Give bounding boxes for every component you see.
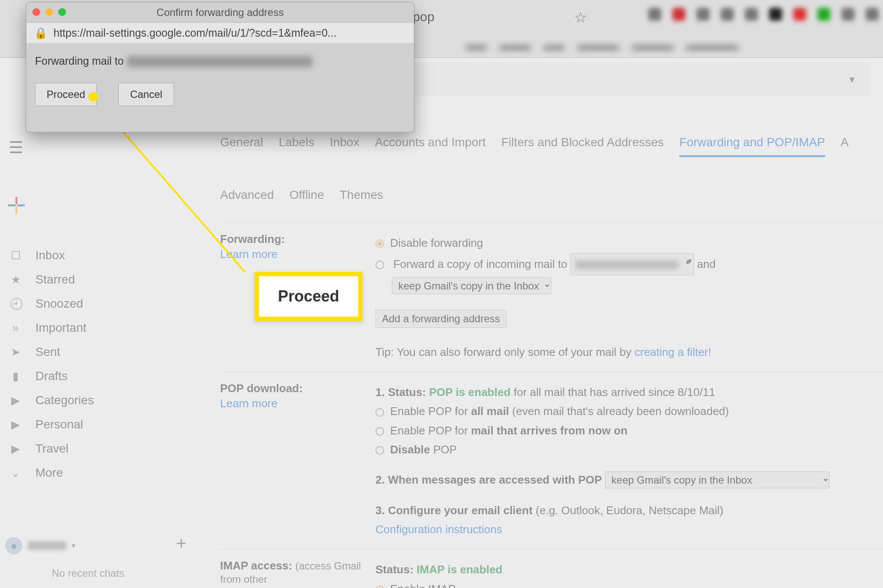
window-controls[interactable] — [32, 8, 66, 16]
drafts-icon: ▮ — [9, 370, 22, 383]
radio-forward-copy[interactable] — [375, 261, 384, 269]
sidebar-label: Inbox — [35, 248, 65, 262]
inbox-icon: ☐ — [9, 249, 22, 262]
sidebar-item-inbox[interactable]: ☐Inbox — [0, 243, 203, 267]
sidebar-label: Starred — [35, 273, 75, 286]
imap-enable-label: Enable IMAP — [390, 582, 456, 588]
label-icon: ▶ — [9, 418, 22, 431]
tab-labels[interactable]: Labels — [279, 135, 315, 157]
no-chats-text: No recent chats — [52, 567, 124, 579]
avatar-icon: ● — [5, 537, 22, 554]
sidebar-item-important[interactable]: »Important — [0, 316, 203, 340]
clock-icon: 🕘 — [9, 297, 22, 311]
tab-advanced[interactable]: Advanced — [220, 188, 274, 208]
settings-content: General Labels Inbox Accounts and Import… — [220, 135, 883, 588]
section-pop: POP download: Learn more 1. Status: POP … — [220, 372, 883, 549]
chevron-down-icon: ⌄ — [9, 466, 22, 480]
username-blurred — [28, 541, 66, 550]
dialog-url: https://mail-settings.google.com/mail/u/… — [54, 27, 337, 39]
pop-label: POP download: — [220, 382, 303, 395]
sidebar-item-sent[interactable]: ➤Sent — [0, 340, 203, 364]
pop-status-suffix: for all mail that has arrived since 8/10… — [511, 386, 715, 399]
important-icon: » — [9, 321, 22, 335]
sidebar-label: Personal — [35, 418, 83, 431]
settings-tabs: General Labels Inbox Accounts and Import… — [220, 135, 883, 208]
pop-configure-label: 3. Configure your email client — [375, 504, 533, 517]
sidebar-item-travel[interactable]: ▶Travel — [0, 437, 203, 461]
minimize-icon[interactable] — [45, 8, 53, 16]
sidebar-label: Important — [35, 321, 86, 335]
cancel-button[interactable]: Cancel — [118, 83, 174, 106]
tab-forwarding[interactable]: Forwarding and POP/IMAP — [679, 135, 825, 157]
tab-offline[interactable]: Offline — [290, 188, 324, 208]
compose-button[interactable] — [5, 194, 28, 217]
forwarding-label: Forwarding: — [220, 233, 285, 245]
main-menu-icon[interactable]: ☰ — [9, 138, 23, 157]
tab-filters[interactable]: Filters and Blocked Addresses — [501, 135, 664, 157]
keep-copy-select[interactable]: keep Gmail's copy in the Inbox — [392, 277, 551, 294]
dialog-titlebar: Confirm forwarding address — [26, 2, 414, 23]
sidebar-label: Snoozed — [35, 297, 83, 311]
tab-accounts[interactable]: Accounts and Import — [375, 135, 486, 157]
forward-copy-label: Forward a copy of incoming mail to — [393, 258, 567, 270]
sent-icon: ➤ — [9, 346, 22, 359]
imap-label: IMAP access: — [220, 559, 292, 572]
pop-status-prefix: 1. Status: — [375, 386, 429, 399]
chevron-down-icon[interactable]: ▾ — [72, 541, 76, 550]
forwarding-learn-more[interactable]: Learn more — [220, 248, 375, 261]
tab-themes[interactable]: Themes — [340, 188, 383, 208]
pop-access-select[interactable]: keep Gmail's copy in the Inbox — [605, 472, 829, 488]
tab-inbox[interactable]: Inbox — [330, 135, 360, 157]
tip-text: Tip: You can also forward only some of y… — [375, 346, 634, 358]
radio-pop-disable[interactable] — [375, 446, 384, 455]
radio-pop-all[interactable] — [375, 408, 384, 417]
maximize-icon[interactable] — [58, 8, 66, 16]
new-chat-icon[interactable]: ＋ — [173, 531, 190, 554]
radio-pop-now[interactable] — [375, 427, 384, 436]
star-icon: ★ — [9, 273, 22, 286]
tab-general[interactable]: General — [220, 135, 263, 157]
sidebar-label: Sent — [35, 345, 60, 359]
pop-when-label: 2. When messages are accessed with POP — [375, 473, 602, 486]
forward-address-select[interactable]: ▴▾ — [571, 253, 694, 275]
forwarding-message: Forwarding mail to — [35, 55, 405, 67]
sidebar-label: Drafts — [35, 369, 68, 383]
radio-disable-forwarding[interactable] — [375, 239, 384, 248]
disable-forwarding-label: Disable forwarding — [390, 236, 483, 249]
imap-status-value: IMAP is enabled — [416, 563, 502, 576]
sidebar-label: Travel — [35, 442, 69, 456]
sidebar-item-categories[interactable]: ▶Categories — [0, 388, 203, 412]
and-text: and — [697, 258, 716, 270]
sidebar-item-drafts[interactable]: ▮Drafts — [0, 364, 203, 388]
gmail-app: ▾ ☰ ☐Inbox ★Starred 🕘Snoozed »Important … — [0, 58, 883, 588]
radio-imap-enable[interactable] — [375, 585, 384, 588]
bookmark-star-icon[interactable]: ☆ — [574, 9, 587, 26]
sidebar-label: Categories — [35, 393, 94, 407]
label-icon: ▶ — [9, 442, 22, 456]
proceed-button[interactable]: Proceed — [35, 83, 97, 106]
extension-icons — [648, 8, 879, 21]
dialog-title: Confirm forwarding address — [157, 6, 284, 19]
sidebar-item-more[interactable]: ⌄More — [0, 461, 203, 485]
lock-icon: 🔒 — [34, 27, 47, 39]
create-filter-link[interactable]: creating a filter! — [634, 346, 711, 358]
pop-status-value: POP is enabled — [429, 386, 511, 399]
sidebar-item-snoozed[interactable]: 🕘Snoozed — [0, 292, 203, 316]
label-icon: ▶ — [9, 394, 22, 407]
forwarding-email-blurred — [127, 56, 312, 67]
sidebar: ☐Inbox ★Starred 🕘Snoozed »Important ➤Sen… — [0, 243, 203, 485]
sidebar-label: More — [35, 466, 63, 480]
close-icon[interactable] — [32, 8, 40, 16]
sidebar-item-personal[interactable]: ▶Personal — [0, 412, 203, 437]
pop-learn-more[interactable]: Learn more — [220, 397, 375, 410]
search-options-icon[interactable]: ▾ — [849, 73, 855, 85]
configuration-instructions-link[interactable]: Configuration instructions — [375, 523, 502, 536]
chat-user[interactable]: ● ▾ — [5, 537, 76, 554]
tab-addons-cut[interactable]: A — [841, 135, 849, 157]
section-imap: IMAP access: (access Gmail from other St… — [220, 549, 883, 588]
annotation-pointer-dot — [88, 92, 98, 101]
confirm-forwarding-dialog: Confirm forwarding address 🔒 https://mai… — [26, 2, 414, 132]
dialog-url-bar: 🔒 https://mail-settings.google.com/mail/… — [26, 23, 414, 44]
sidebar-item-starred[interactable]: ★Starred — [0, 267, 203, 292]
add-forwarding-address-button[interactable]: Add a forwarding address — [375, 310, 507, 328]
